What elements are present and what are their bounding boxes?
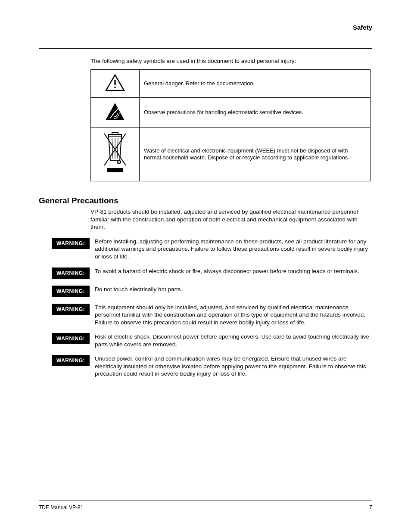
table-row: Observe precautions for handling electro… <box>91 97 371 127</box>
warning-text: Do not touch electrically hot parts. <box>90 286 372 297</box>
warning-badge-icon: WARNING: <box>52 268 90 279</box>
warning-block: WARNING: This equipment should only be i… <box>39 304 372 327</box>
warning-text: Risk of electric shock. Disconnect power… <box>90 333 372 348</box>
table-row: Waste of electrical and electronic equip… <box>91 128 371 181</box>
warning-text: This equipment should only be installed,… <box>90 304 372 327</box>
footer-manual-id: TDE Manual VP-81 <box>39 504 83 510</box>
warning-block: WARNING: To avoid a hazard of electric s… <box>39 268 372 279</box>
warning-triangle-icon <box>91 69 140 97</box>
esd-triangle-icon <box>91 97 140 127</box>
symbol-description: Waste of electrical and electronic equip… <box>140 128 371 181</box>
table-row: General danger. Refer to the documentati… <box>91 69 371 97</box>
page: Safety The following safety symbols are … <box>0 0 411 532</box>
intro-text: The following safety symbols are used in… <box>39 57 372 65</box>
header-rule <box>39 48 372 49</box>
warning-block: WARNING: Unused power, control and commu… <box>39 355 372 378</box>
svg-rect-2 <box>114 87 115 88</box>
footer-rule <box>39 501 372 501</box>
page-footer: TDE Manual VP-81 7 <box>39 501 372 510</box>
warning-badge-icon: WARNING: <box>52 333 90 344</box>
svg-line-6 <box>112 138 113 159</box>
header-title: Safety <box>353 24 372 31</box>
warning-block: WARNING: Risk of electric shock. Disconn… <box>39 333 372 348</box>
warning-block: WARNING: Before installing, adjusting or… <box>39 238 372 261</box>
weee-bin-icon <box>91 128 140 181</box>
warning-badge-icon: WARNING: <box>52 286 90 297</box>
svg-rect-1 <box>114 80 115 85</box>
section-heading-general-precautions: General Precautions <box>39 196 372 205</box>
symbol-description: Observe precautions for handling electro… <box>140 97 371 127</box>
svg-rect-13 <box>107 168 123 172</box>
warning-text: Unused power, control and communication … <box>90 355 372 378</box>
svg-point-10 <box>118 162 120 163</box>
symbol-description: General danger. Refer to the documentati… <box>140 69 371 97</box>
warning-badge-icon: WARNING: <box>52 304 90 315</box>
svg-rect-5 <box>112 133 118 134</box>
svg-line-8 <box>117 138 118 159</box>
warning-block: WARNING: Do not touch electrically hot p… <box>39 286 372 297</box>
section-body-text: VP-81 products should be installed, adju… <box>39 208 372 231</box>
symbol-table: General danger. Refer to the documentati… <box>90 69 371 182</box>
footer-page-number: 7 <box>369 504 372 510</box>
warning-text: To avoid a hazard of electric shock or f… <box>90 268 372 279</box>
warning-badge-icon: WARNING: <box>52 238 90 249</box>
warning-badge-icon: WARNING: <box>52 355 90 366</box>
warning-text: Before installing, adjusting or performi… <box>90 238 372 261</box>
